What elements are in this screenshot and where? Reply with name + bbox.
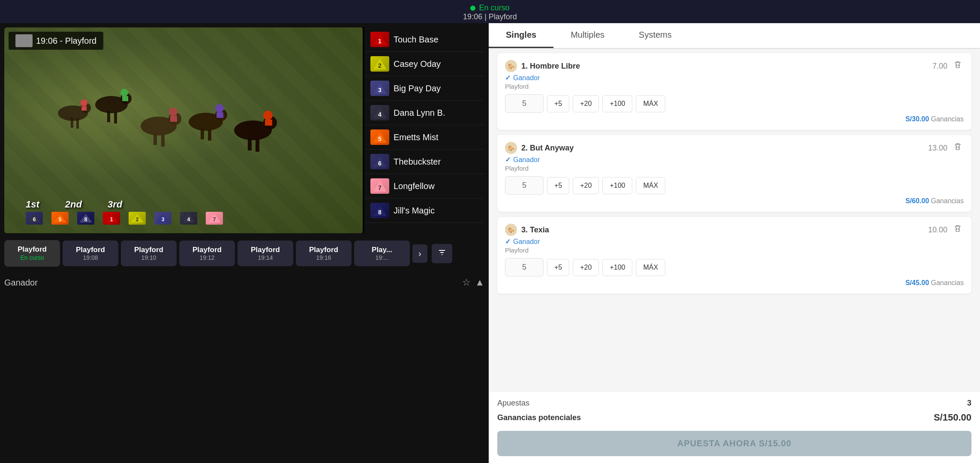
- svg-text:1: 1: [110, 216, 113, 222]
- horse-item-6[interactable]: 6 Thebuckster: [364, 150, 484, 174]
- time-tab-1[interactable]: Playford 19:08: [63, 241, 118, 266]
- bet-sub-1: ✓ Ganador: [505, 74, 964, 82]
- bet-delete-3[interactable]: [952, 224, 964, 235]
- bet-btn-plus100-1[interactable]: +100: [602, 95, 632, 112]
- tab-next-arrow[interactable]: ›: [412, 244, 427, 263]
- ganador-row: Ganador ☆ ▲: [4, 274, 484, 292]
- horse-item-5[interactable]: 5 Emetts Mist: [364, 125, 484, 150]
- horse-item-3[interactable]: 3 Big Pay Day: [364, 76, 484, 101]
- apuestas-label: Apuestas: [497, 399, 529, 408]
- horse-icon-2: 2: [129, 212, 146, 225]
- right-panel: Singles Multiples Systems 🐎 1. Hombre Li…: [489, 23, 980, 463]
- tab-time-3: 19:12: [186, 254, 228, 261]
- bet-btn-plus100-2[interactable]: +100: [602, 177, 632, 194]
- tab-time-5: 19:16: [303, 254, 345, 261]
- horse-name-7: Longfellow: [394, 181, 435, 191]
- bet-tab-multiples[interactable]: Multiples: [553, 23, 622, 48]
- apuesta-ahora-button[interactable]: APUESTA AHORA S/15.00: [497, 431, 971, 456]
- bet-btn-plus5-1[interactable]: +5: [547, 95, 569, 112]
- time-tab-2[interactable]: Playford 19:10: [121, 241, 177, 266]
- bet-amount-1[interactable]: [505, 94, 544, 113]
- horse-num-badge-5: 5: [370, 129, 389, 145]
- horse-item-7[interactable]: 7 Longfellow: [364, 174, 484, 198]
- ganancias-total: S/150.00: [934, 412, 971, 423]
- horse-item-4[interactable]: 4 Dana Lynn B.: [364, 101, 484, 125]
- event-time: 19:06 | Playford: [463, 12, 517, 21]
- bet-ganancia-2: S/60.00 Ganancias: [505, 197, 964, 205]
- horse-badge-7: 7: [206, 212, 223, 225]
- bet-btn-plus5-2[interactable]: +5: [547, 177, 569, 194]
- horse-num-badge-7: 7: [370, 178, 389, 194]
- tab-time-2: 19:10: [128, 254, 170, 261]
- left-panel: 19:06 - Playford: [0, 23, 489, 463]
- horse-item-1[interactable]: 1 Touch Base: [364, 27, 484, 52]
- svg-rect-9: [114, 112, 117, 123]
- time-tab-4[interactable]: Playford 19:14: [237, 241, 293, 266]
- horse-name-2: Casey Oday: [394, 59, 441, 69]
- bet-btn-plus5-3[interactable]: +5: [547, 259, 569, 276]
- horse-item-8[interactable]: 8 Jill's Magic: [364, 198, 484, 223]
- horse-badge-8: 8: [77, 212, 94, 225]
- bet-btn-plus20-2[interactable]: +20: [573, 177, 599, 194]
- bet-title-2: 🐎 2. But Anyway: [505, 142, 574, 154]
- tab-filter-button[interactable]: [432, 244, 452, 263]
- horse-name-5: Emetts Mist: [394, 132, 438, 142]
- horse-list: 1 Touch Base 2 Casey Oday 3 Big Pay Day: [364, 27, 484, 233]
- svg-text:7: 7: [213, 216, 216, 222]
- pos-2nd: 2nd: [65, 199, 82, 210]
- bet-btn-plus20-3[interactable]: +20: [573, 259, 599, 276]
- bets-list: 🐎 1. Hombre Libre 7.00 ✓: [489, 49, 980, 391]
- svg-rect-27: [256, 139, 259, 152]
- svg-point-28: [263, 111, 273, 120]
- svg-text:🐎: 🐎: [508, 145, 514, 151]
- svg-text:2: 2: [378, 62, 382, 69]
- horse-icon-8: 8: [77, 212, 94, 225]
- bet-header-1: 🐎 1. Hombre Libre 7.00: [505, 60, 964, 72]
- bet-type-3: Ganador: [513, 238, 540, 246]
- bet-footer: Apuestas 3 Ganancias potenciales S/150.0…: [489, 391, 980, 463]
- bet-venue-3: Playford: [505, 247, 964, 254]
- ganador-icons: ☆ ▲: [462, 277, 484, 288]
- apuestas-count: 3: [967, 399, 971, 408]
- bet-tab-systems[interactable]: Systems: [622, 23, 689, 48]
- bookmark-icon[interactable]: ☆: [462, 277, 471, 288]
- bet-btn-max-3[interactable]: MÁX: [636, 259, 665, 276]
- status-dot: [470, 6, 475, 11]
- time-tab-5[interactable]: Playford 19:16: [296, 241, 352, 266]
- horse-item-2[interactable]: 2 Casey Oday: [364, 52, 484, 76]
- horse-name-4: Dana Lynn B.: [394, 108, 445, 118]
- time-tab-6[interactable]: Play... 19:...: [354, 241, 410, 266]
- bet-header-2: 🐎 2. But Anyway 13.00: [505, 142, 964, 154]
- svg-text:🐎: 🐎: [508, 227, 514, 233]
- bet-btn-plus20-1[interactable]: +20: [573, 95, 599, 112]
- horse-badge-3: 3: [154, 212, 171, 225]
- chevron-up-icon[interactable]: ▲: [475, 277, 484, 288]
- time-tab-0[interactable]: Playford En curso: [4, 240, 60, 267]
- svg-text:3: 3: [162, 216, 165, 222]
- footer-apuestas-row: Apuestas 3: [497, 399, 971, 408]
- pos-3rd: 3rd: [108, 199, 122, 210]
- bet-btn-max-2[interactable]: MÁX: [636, 177, 665, 194]
- svg-point-10: [120, 89, 128, 96]
- bet-delete-2[interactable]: [952, 142, 964, 153]
- time-tab-3[interactable]: Playford 19:12: [179, 241, 235, 266]
- horse-badge-2: 2: [129, 212, 146, 225]
- bet-btn-plus100-3[interactable]: +100: [602, 259, 632, 276]
- time-tabs: Playford En curso Playford 19:08 Playfor…: [4, 237, 484, 270]
- tab-venue-3: Playford: [186, 246, 228, 254]
- horse-name-8: Jill's Magic: [394, 206, 435, 216]
- svg-text:🐎: 🐎: [508, 63, 514, 69]
- bet-amount-2[interactable]: [505, 176, 544, 195]
- svg-rect-8: [107, 111, 110, 122]
- bet-ganancia-1: S/30.00 Ganancias: [505, 115, 964, 123]
- bet-btn-max-1[interactable]: MÁX: [636, 95, 665, 112]
- bet-delete-1[interactable]: [952, 60, 964, 72]
- horse-name-3: Big Pay Day: [394, 84, 441, 93]
- bet-tab-singles[interactable]: Singles: [489, 23, 553, 48]
- svg-text:4: 4: [187, 216, 190, 222]
- tab-venue-6: Play...: [361, 246, 403, 254]
- bet-name-1: 1. Hombre Libre: [521, 62, 580, 71]
- horse-badge-5: 5: [51, 212, 69, 225]
- horse-icon-6: 6: [26, 212, 43, 225]
- bet-amount-3[interactable]: [505, 258, 544, 277]
